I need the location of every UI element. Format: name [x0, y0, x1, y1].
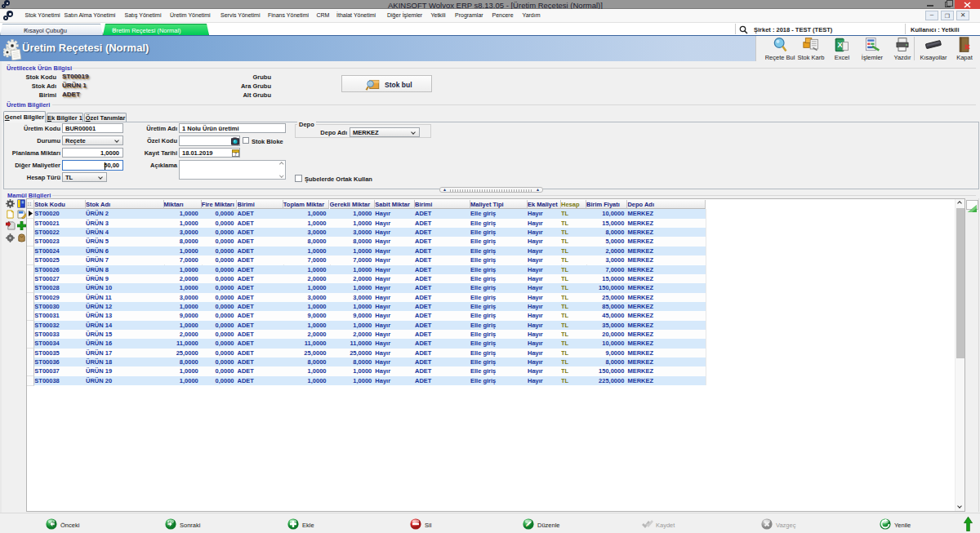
svg-text:7: 7: [234, 151, 237, 156]
svg-text:X: X: [837, 41, 843, 49]
